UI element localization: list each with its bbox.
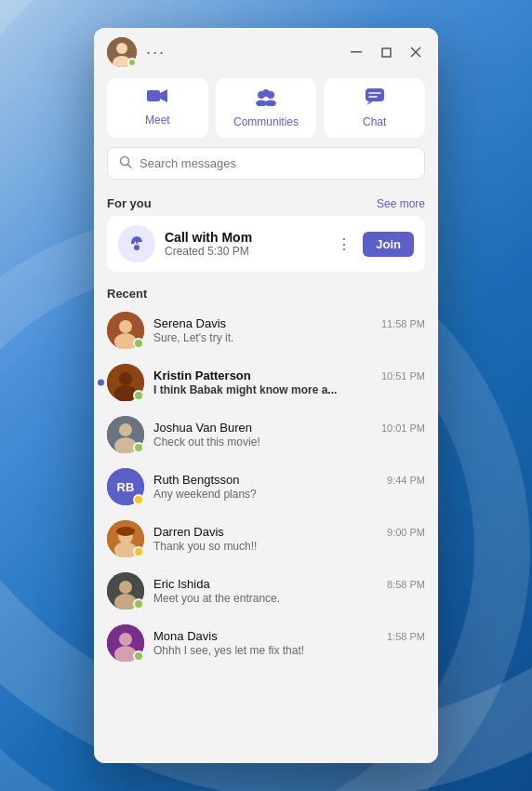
user-status-dot xyxy=(127,58,137,67)
chat-name: Darren Davis xyxy=(153,525,224,539)
chat-item[interactable]: Eric Ishida8:58 PMMeet you at the entran… xyxy=(94,565,438,617)
chat-content: Eric Ishida8:58 PMMeet you at the entran… xyxy=(153,577,425,605)
svg-point-37 xyxy=(119,581,132,594)
svg-point-22 xyxy=(119,320,132,333)
communities-icon xyxy=(254,87,278,111)
for-you-title: For you xyxy=(107,196,152,210)
search-input[interactable] xyxy=(140,156,413,170)
chat-preview: Ohhh I see, yes let me fix that! xyxy=(153,644,425,657)
chat-time: 9:00 PM xyxy=(387,527,425,538)
chat-name: Joshua Van Buren xyxy=(153,421,252,435)
search-icon xyxy=(119,155,132,171)
close-button[interactable] xyxy=(406,43,425,61)
see-more-link[interactable]: See more xyxy=(377,197,425,210)
call-icon-circle xyxy=(118,225,155,262)
chat-avatar xyxy=(107,416,144,453)
svg-marker-8 xyxy=(160,89,167,102)
svg-point-1 xyxy=(116,43,127,54)
window-controls xyxy=(347,43,425,61)
communities-label: Communities xyxy=(233,115,299,128)
nav-section: Meet Communities xyxy=(94,74,438,147)
svg-point-28 xyxy=(119,423,132,436)
chat-avatar xyxy=(107,572,144,610)
svg-point-20 xyxy=(134,245,140,250)
recent-title: Recent xyxy=(107,287,147,301)
chat-name: Ruth Bengtsson xyxy=(153,473,240,487)
chat-avatar xyxy=(107,312,144,349)
status-indicator xyxy=(133,650,144,662)
chat-content: Joshua Van Buren10:01 PMCheck out this m… xyxy=(153,421,425,449)
user-avatar-container xyxy=(107,37,137,67)
chat-content: Mona Davis1:58 PMOhhh I see, yes let me … xyxy=(153,629,425,657)
status-indicator xyxy=(133,494,144,505)
chat-time: 11:58 PM xyxy=(381,318,425,329)
chat-name: Eric Ishida xyxy=(153,577,210,591)
chat-time: 9:44 PM xyxy=(387,475,425,486)
chat-preview: Check out this movie! xyxy=(153,436,425,449)
call-more-options[interactable]: ⋮ xyxy=(333,234,355,255)
nav-chat-button[interactable]: Chat xyxy=(324,78,425,138)
chat-time: 10:51 PM xyxy=(381,370,425,382)
chat-list: Serena Davis11:58 PMSure, Let's try it.K… xyxy=(94,304,438,669)
call-title: Call with Mom xyxy=(165,230,324,245)
chat-avatar xyxy=(107,624,144,662)
chat-item[interactable]: RBRuth Bengtsson9:44 PMAny weekend plans… xyxy=(94,461,438,513)
content-scroll[interactable]: For you See more Call with Mom Created 5… xyxy=(94,189,438,763)
chat-item[interactable]: Kristin Patterson10:51 PMI think Babak m… xyxy=(94,356,438,409)
chat-time: 10:01 PM xyxy=(381,422,425,434)
nav-meet-button[interactable]: Meet xyxy=(107,78,208,138)
meet-label: Meet xyxy=(145,114,170,127)
svg-marker-15 xyxy=(366,101,373,105)
chat-content: Darren Davis9:00 PMThank you so much!! xyxy=(153,525,425,553)
chat-content: Ruth Bengtsson9:44 PMAny weekend plans? xyxy=(153,473,425,501)
chat-item[interactable]: Serena Davis11:58 PMSure, Let's try it. xyxy=(94,304,438,356)
chat-time: 1:58 PM xyxy=(387,631,425,642)
status-indicator xyxy=(133,338,144,349)
status-indicator xyxy=(133,390,144,401)
chat-avatar xyxy=(107,520,144,557)
chat-content: Serena Davis11:58 PMSure, Let's try it. xyxy=(153,316,425,344)
svg-point-25 xyxy=(119,372,132,385)
chat-item[interactable]: Darren Davis9:00 PMThank you so much!! xyxy=(94,513,438,565)
svg-point-35 xyxy=(116,527,135,536)
call-card[interactable]: Call with Mom Created 5:30 PM ⋮ Join xyxy=(107,216,425,272)
call-subtitle: Created 5:30 PM xyxy=(165,245,324,258)
more-options-dots[interactable]: ··· xyxy=(146,43,166,62)
chat-name: Mona Davis xyxy=(153,629,218,643)
chat-preview: Meet you at the entrance. xyxy=(153,592,425,605)
meet-icon xyxy=(146,87,168,109)
chat-preview: Any weekend plans? xyxy=(153,488,425,501)
join-button[interactable]: Join xyxy=(363,232,414,257)
search-section xyxy=(94,147,438,189)
nav-communities-button[interactable]: Communities xyxy=(216,78,317,138)
chat-preview: Sure, Let's try it. xyxy=(153,331,425,344)
chat-icon xyxy=(365,87,385,111)
svg-point-40 xyxy=(119,633,132,646)
for-you-header: For you See more xyxy=(94,189,438,216)
title-bar: ··· xyxy=(94,28,438,74)
svg-point-13 xyxy=(265,101,276,107)
chat-item[interactable]: Joshua Van Buren10:01 PMCheck out this m… xyxy=(94,409,438,461)
chat-name: Serena Davis xyxy=(153,316,226,330)
chat-content: Kristin Patterson10:51 PMI think Babak m… xyxy=(153,369,425,396)
svg-text:RB: RB xyxy=(117,480,135,494)
svg-line-19 xyxy=(128,165,132,168)
chat-preview: Thank you so much!! xyxy=(153,540,425,553)
chat-avatar: RB xyxy=(107,468,144,505)
chat-label: Chat xyxy=(363,115,386,128)
svg-point-11 xyxy=(262,89,270,97)
search-box[interactable] xyxy=(107,147,425,180)
recent-header: Recent xyxy=(94,281,438,304)
minimize-button[interactable] xyxy=(347,43,366,61)
title-bar-left: ··· xyxy=(107,37,166,67)
status-indicator xyxy=(133,442,144,453)
chat-name: Kristin Patterson xyxy=(153,369,251,382)
restore-button[interactable] xyxy=(377,43,395,61)
call-actions: ⋮ Join xyxy=(333,232,414,257)
svg-rect-3 xyxy=(351,51,362,53)
chat-item[interactable]: Mona Davis1:58 PMOhhh I see, yes let me … xyxy=(94,617,438,669)
chat-time: 8:58 PM xyxy=(387,579,425,590)
svg-rect-14 xyxy=(366,88,384,101)
status-indicator xyxy=(133,598,144,610)
app-window: ··· Meet xyxy=(94,28,438,763)
